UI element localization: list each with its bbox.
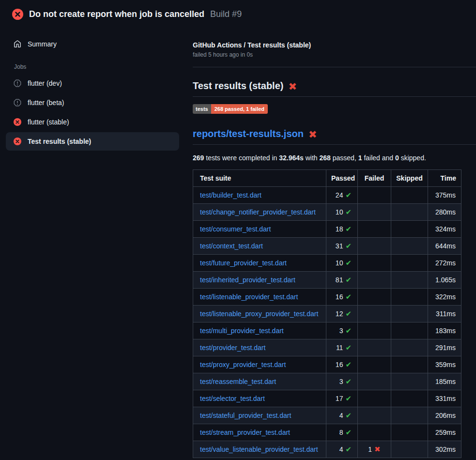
stopped-icon	[14, 79, 21, 87]
job-label: flutter (stable)	[28, 118, 69, 126]
summary-number: 32.964s	[279, 154, 304, 162]
check-icon: ✔	[345, 292, 352, 301]
badge-value: 268 passed, 1 failed	[211, 104, 268, 114]
jobs-sidebar: Summary Jobs flutter (dev)flutter (beta)…	[0, 27, 185, 152]
test-suite-link[interactable]: test/reassemble_test.dart	[200, 378, 276, 385]
failed-cell	[358, 424, 391, 441]
failed-cell	[358, 221, 391, 238]
report-file-link[interactable]: reports/test-results.json	[193, 128, 304, 139]
failed-cell	[358, 390, 391, 407]
content-layout: Summary Jobs flutter (dev)flutter (beta)…	[0, 27, 476, 458]
test-suite-link[interactable]: test/builder_test.dart	[200, 191, 261, 199]
time-cell: 183ms	[428, 322, 461, 339]
job-label: Test results (stable)	[28, 138, 91, 145]
time-cell: 206ms	[428, 407, 461, 424]
time-cell: 322ms	[428, 289, 461, 306]
passed-cell: 16✔	[326, 289, 358, 306]
test-results-table: Test suitePassedFailedSkippedTime test/b…	[193, 169, 461, 458]
check-icon: ✔	[345, 208, 352, 216]
column-header-time: Time	[428, 170, 461, 187]
check-icon: ✔	[345, 377, 352, 385]
check-icon: ✔	[345, 225, 352, 233]
time-cell: 302ms	[428, 441, 461, 458]
breadcrumb: GitHub Actions / Test results (stable)	[193, 41, 476, 49]
test-suite-link[interactable]: test/context_test.dart	[200, 242, 263, 250]
tests-badge[interactable]: tests 268 passed, 1 failed	[193, 104, 268, 114]
main-content: GitHub Actions / Test results (stable) f…	[185, 27, 476, 458]
sidebar-item-flutter-dev[interactable]: flutter (dev)	[6, 74, 179, 92]
check-icon: ✔	[345, 259, 352, 267]
time-cell: 280ms	[428, 204, 461, 221]
x-circle-icon	[14, 118, 21, 126]
sidebar-item-flutter-stable[interactable]: flutter (stable)	[6, 113, 179, 131]
test-suite-link[interactable]: test/provider_test.dart	[200, 344, 265, 352]
failed-cell	[358, 356, 391, 373]
skipped-cell	[391, 187, 428, 204]
table-row: test/stream_provider_test.dart8✔259ms	[193, 424, 461, 441]
sidebar-item-test-results-stable[interactable]: Test results (stable)	[6, 132, 179, 151]
check-icon: ✔	[345, 326, 352, 335]
check-icon: ✔	[345, 276, 352, 284]
column-header-failed: Failed	[358, 170, 391, 187]
test-suite-link[interactable]: test/multi_provider_test.dart	[200, 327, 284, 335]
suite-cell: test/stream_provider_test.dart	[193, 424, 326, 441]
summary-text-segment: with	[304, 154, 320, 162]
suite-cell: test/listenable_provider_test.dart	[193, 289, 326, 306]
stopped-icon	[14, 99, 21, 107]
summary-number: 1	[358, 154, 362, 162]
suite-cell: test/future_provider_test.dart	[193, 255, 326, 272]
badge-label: tests	[193, 104, 211, 114]
table-row: test/selector_test.dart17✔331ms	[193, 390, 461, 407]
suite-cell: test/selector_test.dart	[193, 390, 326, 407]
test-suite-link[interactable]: test/stream_provider_test.dart	[200, 429, 290, 436]
time-cell: 259ms	[428, 424, 461, 441]
failed-cell	[358, 289, 391, 306]
failed-cell	[358, 339, 391, 356]
skipped-cell	[391, 407, 428, 424]
table-row: test/reassemble_test.dart3✔185ms	[193, 373, 461, 390]
jobs-section-label: Jobs	[14, 63, 185, 70]
passed-cell: 24✔	[326, 187, 358, 204]
summary-text-segment: skipped.	[399, 154, 426, 162]
test-suite-link[interactable]: test/change_notifier_provider_test.dart	[200, 208, 316, 216]
suite-cell: test/consumer_test.dart	[193, 221, 326, 238]
suite-cell: test/provider_test.dart	[193, 339, 326, 356]
failed-cell	[358, 306, 391, 322]
table-row: test/value_listenable_provider_test.dart…	[193, 441, 461, 458]
test-suite-link[interactable]: test/consumer_test.dart	[200, 225, 271, 233]
passed-cell: 16✔	[326, 356, 358, 373]
skipped-cell	[391, 272, 428, 289]
table-row: test/consumer_test.dart18✔324ms	[193, 221, 461, 238]
sidebar-item-summary[interactable]: Summary	[6, 35, 179, 53]
time-cell: 185ms	[428, 373, 461, 390]
skipped-cell	[391, 322, 428, 339]
passed-cell: 18✔	[326, 221, 358, 238]
sidebar-item-flutter-beta[interactable]: flutter (beta)	[6, 93, 179, 112]
test-suite-link[interactable]: test/proxy_provider_test.dart	[200, 361, 286, 368]
time-cell: 331ms	[428, 390, 461, 407]
failed-cell	[358, 322, 391, 339]
check-icon: ✔	[345, 309, 352, 318]
test-suite-link[interactable]: test/listenable_proxy_provider_test.dart	[200, 310, 318, 318]
test-suite-link[interactable]: test/listenable_provider_test.dart	[200, 293, 298, 301]
test-suite-link[interactable]: test/inherited_provider_test.dart	[200, 276, 295, 284]
suite-cell: test/builder_test.dart	[193, 187, 326, 204]
failed-cell	[358, 238, 391, 255]
summary-number: 268	[320, 154, 331, 162]
failed-cell	[358, 272, 391, 289]
suite-cell: test/change_notifier_provider_test.dart	[193, 204, 326, 221]
table-row: test/listenable_proxy_provider_test.dart…	[193, 306, 461, 322]
summary-number: 269	[193, 154, 204, 162]
passed-cell: 10✔	[326, 204, 358, 221]
time-cell: 311ms	[428, 306, 461, 322]
section-heading: Test results (stable) ✖	[193, 80, 476, 97]
failed-cell	[358, 407, 391, 424]
passed-cell: 4✔	[326, 407, 358, 424]
table-header-row: Test suitePassedFailedSkippedTime	[193, 170, 461, 187]
test-suite-link[interactable]: test/selector_test.dart	[200, 395, 265, 402]
table-row: test/listenable_provider_test.dart16✔322…	[193, 289, 461, 306]
test-suite-link[interactable]: test/stateful_provider_test.dart	[200, 412, 291, 419]
table-row: test/future_provider_test.dart10✔272ms	[193, 255, 461, 272]
test-suite-link[interactable]: test/value_listenable_provider_test.dart	[200, 445, 318, 453]
test-suite-link[interactable]: test/future_provider_test.dart	[200, 259, 287, 267]
